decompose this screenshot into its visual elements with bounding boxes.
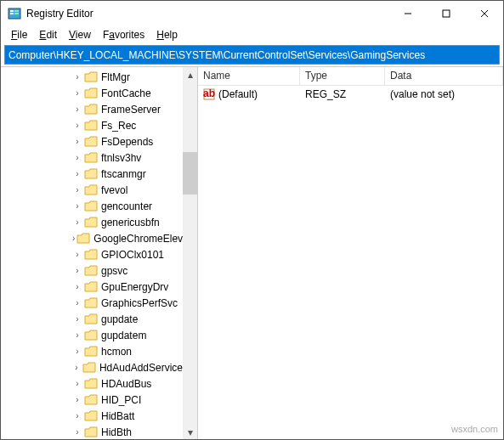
expand-icon[interactable]: ›: [72, 427, 82, 437]
tree-view[interactable]: ›FltMgr›FontCache›FrameServer›Fs_Rec›FsD…: [1, 67, 183, 439]
menu-help[interactable]: Help: [151, 28, 183, 42]
minimize-button[interactable]: [388, 1, 427, 26]
menu-favorites[interactable]: Favorites: [98, 28, 150, 42]
column-data[interactable]: Data: [385, 67, 503, 85]
tree-item[interactable]: ›GpuEnergyDrv: [1, 279, 183, 295]
folder-icon: [84, 410, 98, 422]
expand-icon[interactable]: ›: [72, 121, 82, 130]
tree-item-label: gpsvc: [101, 265, 127, 277]
tree-item[interactable]: ›gpsvc: [1, 262, 183, 279]
watermark: wsxdn.com: [451, 424, 498, 434]
tree-item[interactable]: ›HidBatt: [1, 408, 183, 424]
expand-icon[interactable]: ›: [72, 363, 81, 372]
folder-icon: [84, 217, 98, 228]
expand-icon[interactable]: ›: [72, 282, 82, 291]
tree-item-label: GraphicsPerfSvc: [101, 297, 178, 309]
expand-icon[interactable]: ›: [72, 379, 82, 388]
tree-item-label: HidBatt: [101, 410, 134, 422]
address-bar[interactable]: [4, 45, 500, 65]
tree-item-label: gupdatem: [101, 330, 146, 341]
tree-item-label: fvevol: [101, 184, 127, 196]
tree-item[interactable]: ›fvevol: [1, 182, 183, 198]
scroll-up-button[interactable]: ▴: [183, 67, 197, 82]
expand-icon[interactable]: ›: [72, 153, 82, 162]
tree-item[interactable]: ›gupdatem: [1, 327, 183, 343]
scroll-thumb[interactable]: [183, 152, 197, 195]
tree-item[interactable]: ›HidBth: [1, 424, 183, 439]
expand-icon[interactable]: ›: [72, 185, 82, 195]
maximize-button[interactable]: [427, 1, 465, 26]
expand-icon[interactable]: ›: [72, 169, 82, 178]
tree-item[interactable]: ›GraphicsPerfSvc: [1, 295, 183, 311]
value-row[interactable]: ab(Default)REG_SZ(value not set): [198, 86, 503, 102]
tree-item[interactable]: ›HdAudAddService: [1, 359, 183, 375]
tree-item[interactable]: ›FontCache: [1, 85, 183, 101]
expand-icon[interactable]: ›: [72, 201, 82, 211]
tree-scrollbar[interactable]: ▴ ▾: [183, 67, 197, 439]
tree-item[interactable]: ›gencounter: [1, 198, 183, 214]
tree-item[interactable]: ›ftnlsv3hv: [1, 149, 183, 166]
menu-bar: File Edit View Favorites Help: [1, 26, 503, 43]
expand-icon[interactable]: ›: [72, 347, 82, 356]
svg-rect-4: [14, 13, 19, 14]
folder-icon: [84, 394, 98, 406]
expand-icon[interactable]: ›: [72, 217, 82, 227]
tree-item-label: FontCache: [101, 87, 151, 99]
expand-icon[interactable]: ›: [72, 104, 82, 114]
tree-item-label: gencounter: [101, 200, 152, 212]
svg-rect-6: [443, 10, 450, 17]
expand-icon[interactable]: ›: [72, 250, 82, 259]
folder-icon: [84, 87, 98, 99]
expand-icon[interactable]: ›: [72, 266, 82, 275]
expand-icon[interactable]: ›: [72, 314, 82, 324]
tree-item-label: GPIOClx0101: [101, 249, 164, 261]
tree-item[interactable]: ›GPIOClx0101: [1, 246, 183, 262]
expand-icon[interactable]: ›: [72, 137, 82, 146]
folder-icon: [84, 200, 98, 212]
folder-icon: [84, 152, 98, 164]
folder-icon: [84, 249, 98, 261]
menu-view[interactable]: View: [64, 28, 96, 42]
scroll-down-button[interactable]: ▾: [183, 425, 197, 439]
tree-item-label: hcmon: [101, 346, 132, 358]
expand-icon[interactable]: ›: [72, 330, 82, 340]
expand-icon[interactable]: ›: [72, 395, 82, 404]
tree-item-label: FltMgr: [101, 71, 130, 83]
tree-item[interactable]: ›gupdate: [1, 311, 183, 327]
tree-item[interactable]: ›HDAudBus: [1, 375, 183, 392]
menu-file[interactable]: File: [6, 28, 32, 42]
tree-item[interactable]: ›ftscanmgr: [1, 166, 183, 182]
column-type[interactable]: Type: [300, 67, 385, 85]
expand-icon[interactable]: ›: [72, 411, 82, 420]
menu-edit[interactable]: Edit: [34, 28, 62, 42]
tree-item[interactable]: ›FsDepends: [1, 133, 183, 149]
close-button[interactable]: [465, 1, 503, 26]
tree-item[interactable]: ›hcmon: [1, 343, 183, 359]
tree-item[interactable]: ›HID_PCI: [1, 392, 183, 408]
tree-item[interactable]: ›Fs_Rec: [1, 117, 183, 133]
tree-item-label: HidBth: [101, 426, 132, 438]
folder-icon: [76, 233, 90, 245]
title-bar: Registry Editor: [1, 1, 503, 26]
expand-icon[interactable]: ›: [72, 234, 75, 243]
folder-icon: [82, 362, 96, 374]
tree-item[interactable]: ›genericusbfn: [1, 214, 183, 230]
expand-icon[interactable]: ›: [72, 88, 82, 98]
tree-item-label: GoogleChromeElevationService: [93, 233, 183, 245]
tree-item[interactable]: ›FltMgr: [1, 69, 183, 85]
expand-icon[interactable]: ›: [72, 72, 82, 82]
tree-item[interactable]: ›GoogleChromeElevationService: [1, 230, 183, 246]
folder-icon: [84, 184, 98, 196]
value-name: (Default): [218, 88, 258, 100]
folder-icon: [84, 378, 98, 390]
expand-icon[interactable]: ›: [72, 298, 82, 307]
window-title: Registry Editor: [26, 8, 388, 20]
column-name[interactable]: Name: [198, 67, 300, 85]
folder-icon: [84, 426, 98, 438]
svg-text:ab: ab: [203, 88, 215, 99]
tree-pane: ›FltMgr›FontCache›FrameServer›Fs_Rec›FsD…: [1, 67, 198, 439]
address-input[interactable]: [8, 49, 496, 61]
tree-item-label: HdAudAddService: [99, 362, 183, 374]
tree-item[interactable]: ›FrameServer: [1, 101, 183, 117]
value-data: (value not set): [385, 88, 503, 100]
